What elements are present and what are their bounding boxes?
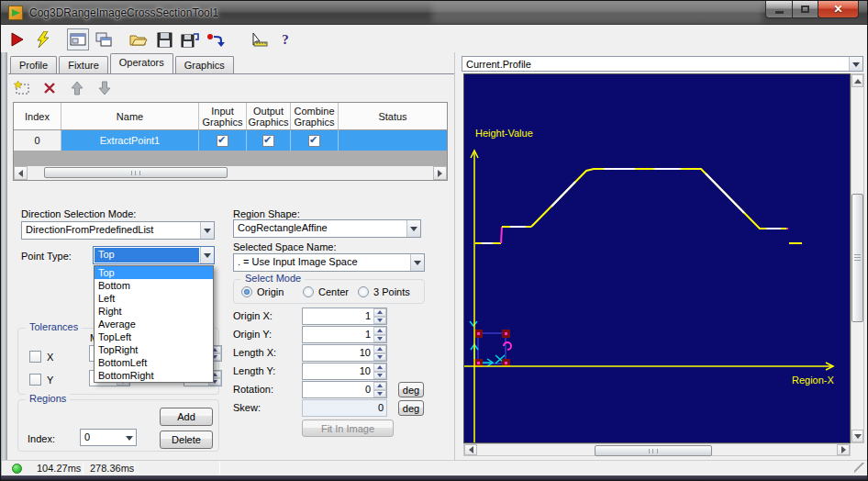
radio-dot[interactable] — [241, 286, 252, 297]
chevron-down-icon[interactable] — [200, 247, 214, 263]
point-type-option-topright[interactable]: TopRight — [95, 343, 213, 356]
chevron-down-icon[interactable] — [410, 254, 424, 271]
profile-display[interactable]: Height-ValueRegion-X — [463, 73, 851, 443]
grid-row-extractpoint1[interactable]: 0 ExtractPoint1 — [14, 130, 447, 151]
tolerance-y-checkbox[interactable] — [29, 374, 41, 386]
tab-profile[interactable]: Profile — [10, 56, 57, 73]
point-type-listbox[interactable]: TopBottomLeftRightAverageTopLeftTopRight… — [94, 265, 214, 383]
display-hscroll-thumb[interactable] — [595, 445, 712, 456]
spin-down-icon[interactable] — [373, 335, 386, 343]
display-hscrollbar[interactable] — [463, 443, 851, 456]
save-button[interactable] — [153, 28, 175, 50]
tab-fixture[interactable]: Fixture — [59, 56, 108, 73]
radio-dot[interactable] — [303, 286, 314, 297]
point-type-option-bottom[interactable]: Bottom — [95, 279, 213, 292]
cell-combine-graphics[interactable] — [291, 130, 339, 151]
tab-graphics[interactable]: Graphics — [175, 56, 234, 73]
chevron-down-icon[interactable] — [200, 222, 214, 239]
region-marker[interactable] — [470, 321, 511, 367]
help-button[interactable]: ? — [274, 28, 296, 50]
close-button[interactable]: ✕ — [818, 1, 859, 18]
grid-scroll-thumb[interactable] — [44, 167, 228, 178]
fit-in-image-button[interactable]: Fit In Image — [302, 419, 394, 437]
radio-3-points[interactable]: 3 Points — [358, 286, 410, 297]
chevron-down-icon[interactable] — [849, 57, 862, 71]
spin-up-icon[interactable] — [373, 345, 386, 353]
minimize-button[interactable] — [765, 1, 792, 18]
electrode-button[interactable] — [249, 28, 271, 50]
run-button[interactable] — [6, 28, 28, 50]
space-name-combo[interactable]: . = Use Input Image Space — [233, 253, 425, 272]
field-spin-length-x[interactable]: 10 — [302, 344, 387, 362]
cell-input-graphics[interactable] — [199, 130, 247, 151]
output-graphics-checkbox[interactable] — [262, 135, 274, 147]
title-bar[interactable]: Cog3DRangeImageCrossSectionTool1 ✕ — [1, 1, 867, 25]
field-spin-origin-y[interactable]: 1 — [302, 326, 387, 343]
point-type-option-bottomright[interactable]: BottomRight — [95, 369, 213, 382]
radio-center[interactable]: Center — [303, 286, 349, 297]
spin-down-icon[interactable] — [373, 390, 386, 398]
direction-mode-combo[interactable]: DirectionFromPredefinedList — [21, 221, 215, 240]
move-up-button[interactable] — [67, 79, 87, 97]
column-header-combine-graphics[interactable]: Combine Graphics — [291, 103, 339, 129]
open-button[interactable] — [128, 28, 150, 50]
scroll-down-icon[interactable] — [851, 430, 863, 442]
cell-name[interactable]: ExtractPoint1 — [61, 130, 199, 151]
spin-up-icon[interactable] — [373, 364, 386, 372]
combine-graphics-checkbox[interactable] — [308, 135, 320, 147]
tab-operators[interactable]: Operators — [110, 53, 173, 73]
add-region-button[interactable]: Add — [160, 408, 213, 426]
point-type-option-topleft[interactable]: TopLeft — [95, 330, 213, 343]
point-type-combo[interactable]: Top — [93, 246, 215, 264]
chevron-down-icon[interactable] — [406, 220, 420, 237]
cell-status[interactable] — [339, 130, 447, 151]
reset-button[interactable] — [205, 28, 227, 50]
spin-down-icon[interactable] — [373, 317, 386, 325]
run-continuous-button[interactable] — [32, 28, 54, 50]
spin-up-icon[interactable] — [373, 308, 386, 317]
chevron-down-icon[interactable] — [122, 430, 136, 445]
scroll-up-icon[interactable] — [851, 74, 863, 87]
radio-origin[interactable]: Origin — [241, 286, 284, 297]
point-type-option-top[interactable]: Top — [95, 266, 213, 279]
point-type-option-left[interactable]: Left — [95, 292, 213, 305]
scroll-left-icon[interactable] — [464, 444, 477, 455]
add-operator-button[interactable] — [12, 79, 32, 97]
scroll-right-icon[interactable] — [837, 444, 850, 455]
display-source-combo[interactable]: Current.Profile — [462, 56, 863, 72]
display-vscrollbar[interactable] — [851, 73, 864, 443]
radio-dot[interactable] — [358, 286, 369, 297]
field-spin-rotation[interactable]: 0 — [302, 381, 387, 398]
scroll-right-icon[interactable] — [433, 166, 447, 180]
region-index-combo[interactable]: 0 — [80, 429, 137, 446]
tolerance-x-checkbox[interactable] — [29, 351, 41, 363]
spin-down-icon[interactable] — [373, 353, 386, 362]
left-splitter[interactable] — [1, 52, 7, 475]
column-header-name[interactable]: Name — [61, 103, 199, 129]
spin-up-icon[interactable] — [373, 327, 386, 335]
delete-operator-button[interactable] — [39, 79, 60, 97]
tool-display-toggle[interactable] — [67, 28, 89, 50]
move-down-button[interactable] — [95, 79, 115, 97]
spin-down-icon[interactable] — [373, 372, 386, 380]
column-header-status[interactable]: Status — [339, 103, 447, 129]
point-type-option-right[interactable]: Right — [95, 305, 213, 318]
spin-up-icon[interactable] — [373, 382, 386, 390]
point-type-option-average[interactable]: Average — [95, 318, 213, 330]
input-graphics-checkbox[interactable] — [217, 135, 228, 147]
maximize-button[interactable] — [792, 1, 818, 18]
column-header-input-graphics[interactable]: Input Graphics — [199, 103, 247, 129]
grid-hscrollbar[interactable] — [14, 166, 447, 180]
field-spin-origin-x[interactable]: 1 — [302, 308, 387, 325]
delete-region-button[interactable]: Delete — [160, 431, 213, 449]
column-header-output-graphics[interactable]: Output Graphics — [247, 103, 291, 129]
cell-output-graphics[interactable] — [247, 130, 291, 151]
region-shape-combo[interactable]: CogRectangleAffine — [233, 219, 421, 238]
display-vscroll-thumb[interactable] — [851, 194, 863, 322]
field-spin-length-y[interactable]: 10 — [302, 363, 387, 380]
float-results-button[interactable] — [93, 28, 115, 50]
column-header-index[interactable]: Index — [14, 103, 61, 129]
deg-button[interactable]: deg — [398, 382, 424, 397]
cell-index[interactable]: 0 — [14, 130, 61, 151]
resize-grip[interactable] — [854, 463, 865, 474]
